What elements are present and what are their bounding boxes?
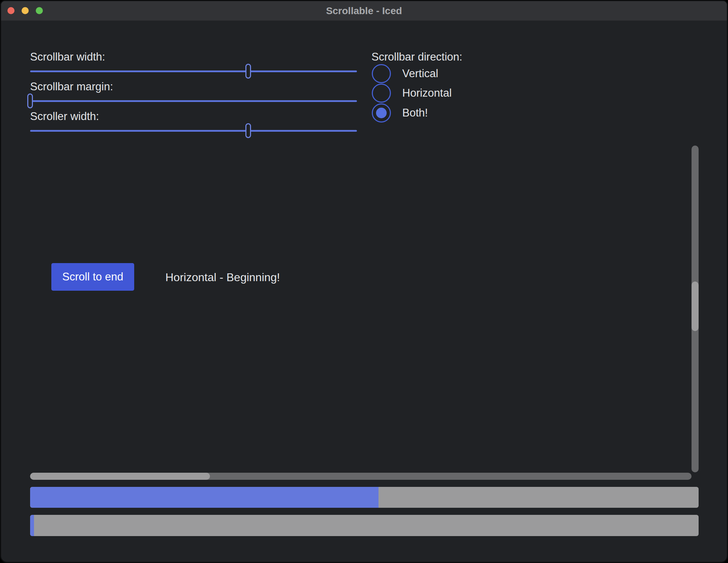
slider-handle[interactable]	[245, 123, 251, 138]
scrollbar-direction-label: Scrollbar direction:	[371, 50, 462, 64]
horizontal-progress-bar	[30, 487, 699, 508]
radio-horizontal[interactable]: Horizontal	[372, 83, 452, 103]
vertical-scrollbar-thumb[interactable]	[692, 282, 699, 331]
progress-fill	[30, 515, 34, 536]
scrollbar-width-label: Scrollbar width:	[30, 50, 105, 64]
slider-handle[interactable]	[27, 93, 33, 108]
radio-dot	[376, 108, 387, 118]
radio-circle[interactable]	[372, 64, 391, 83]
radio-vertical[interactable]: Vertical	[372, 64, 438, 83]
radio-label: Horizontal	[402, 87, 452, 99]
scroller-width-slider[interactable]	[30, 123, 357, 138]
window: Scrollable - Iced Scrollbar width: Scrol…	[0, 0, 728, 563]
vertical-progress-bar	[30, 515, 699, 536]
vertical-scrollbar-track[interactable]	[692, 146, 699, 472]
slider-track[interactable]	[30, 130, 357, 132]
scrollbar-width-slider[interactable]	[30, 64, 357, 79]
radio-label: Vertical	[402, 67, 438, 80]
progress-fill	[30, 487, 379, 508]
horizontal-scrollbar-thumb[interactable]	[30, 473, 210, 480]
scroll-status-text: Horizontal - Beginning!	[165, 270, 280, 284]
slider-track[interactable]	[30, 100, 357, 102]
scrollable-viewport[interactable]: Scroll to end Horizontal - Beginning!	[30, 145, 699, 480]
scrollbar-margin-slider[interactable]	[30, 93, 357, 108]
radio-circle[interactable]	[372, 84, 391, 103]
slider-handle[interactable]	[245, 64, 251, 79]
scroll-to-end-button[interactable]: Scroll to end	[51, 263, 134, 291]
titlebar[interactable]: Scrollable - Iced	[1, 1, 727, 21]
radio-label: Both!	[402, 107, 428, 119]
scrollbar-margin-label: Scrollbar margin:	[30, 80, 113, 93]
horizontal-scrollbar-track[interactable]	[30, 473, 692, 480]
app-root: Scrollable - Iced Scrollbar width: Scrol…	[0, 0, 728, 563]
slider-track[interactable]	[30, 70, 357, 72]
radio-both[interactable]: Both!	[372, 103, 428, 123]
radio-circle[interactable]	[372, 103, 391, 123]
scroller-width-label: Scroller width:	[30, 110, 99, 123]
window-title: Scrollable - Iced	[1, 1, 727, 21]
